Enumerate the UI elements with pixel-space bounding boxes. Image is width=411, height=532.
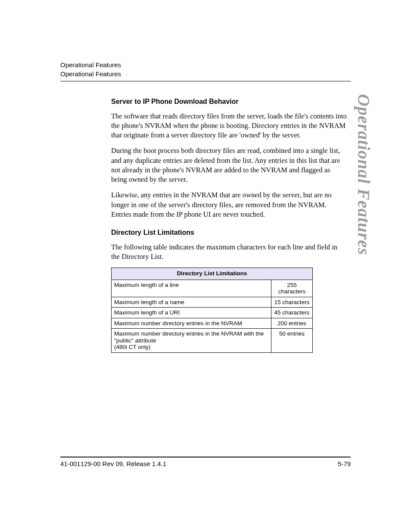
table-cell-label: Maximum number directory entries in the …: [112, 329, 271, 353]
footer-left: 41-001129-00 Rev 09, Release 1.4.1: [60, 460, 166, 467]
header-rule: [60, 81, 351, 81]
table-cell-value: 45 characters: [271, 308, 312, 318]
table-cell-value: 200 entries: [271, 318, 312, 329]
table-row: Maximum number directory entries in the …: [112, 318, 313, 329]
table-cell-value: 50 entries: [271, 329, 312, 353]
paragraph: During the boot process both directory f…: [111, 146, 347, 184]
page-footer: 41-001129-00 Rev 09, Release 1.4.1 5-79: [60, 457, 351, 467]
paragraph: The software that reads directory files …: [111, 112, 347, 140]
table-row: Maximum length of a name 15 characters: [112, 297, 313, 308]
footer-rule: [60, 457, 351, 457]
footer-page-number: 5-79: [338, 460, 351, 467]
header-line-2: Operational Features: [60, 69, 351, 78]
table-row: Maximum number directory entries in the …: [112, 329, 313, 353]
table-cell-label: Maximum length of a name: [112, 297, 271, 308]
side-tab-label: Operational Features: [354, 94, 374, 255]
section-heading-download: Server to IP Phone Download Behavior: [111, 97, 347, 106]
main-content: Server to IP Phone Download Behavior The…: [111, 97, 347, 353]
table-row: Maximum length of a line 255 characters: [112, 280, 313, 297]
table-cell-label: Maximum number directory entries in the …: [112, 318, 271, 329]
paragraph: The following table indicates the maximu…: [111, 243, 347, 262]
table-cell-value: 255 characters: [271, 280, 312, 297]
table-cell-label: Maximum length of a line: [112, 280, 271, 297]
limitations-table: Directory List Limitations Maximum lengt…: [111, 268, 313, 352]
table-row: Maximum length of a URI 45 characters: [112, 308, 313, 318]
paragraph: Likewise, any entries in the NVRAM that …: [111, 190, 347, 219]
section-heading-limitations: Directory List Limitations: [111, 228, 347, 237]
header-line-1: Operational Features: [60, 60, 351, 69]
table-cell-label: Maximum length of a URI: [112, 308, 271, 318]
table-title: Directory List Limitations: [112, 268, 313, 280]
table-cell-value: 15 characters: [271, 297, 312, 308]
